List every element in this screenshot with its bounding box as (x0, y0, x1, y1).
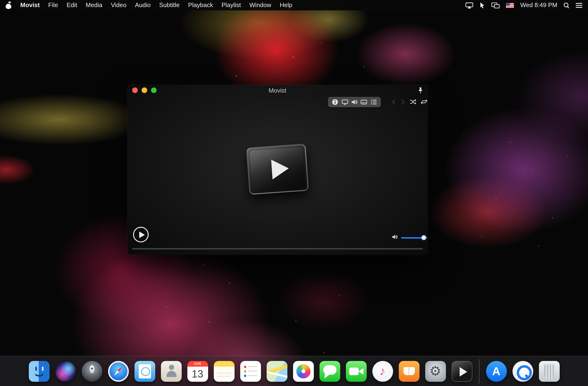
dock-item-itunes[interactable] (372, 361, 393, 382)
siri-icon (55, 361, 76, 382)
dock-item-launchpad[interactable] (81, 361, 102, 382)
ibooks-icon (399, 361, 419, 382)
menu-window[interactable]: Window (249, 0, 271, 10)
calendar-month: JUN (187, 361, 208, 366)
menu-app-movist[interactable]: Movist (20, 0, 40, 10)
messages-icon (319, 361, 340, 382)
menu-help[interactable]: Help (280, 0, 293, 10)
dock-item-contacts[interactable] (161, 361, 181, 382)
repeat-icon[interactable] (420, 98, 428, 105)
volume-knob[interactable] (421, 235, 426, 240)
dock: JUN 13 (0, 356, 588, 386)
window-title: Movist (127, 87, 428, 94)
menu-file[interactable]: File (48, 0, 58, 10)
facetime-icon (346, 361, 366, 382)
seek-bar[interactable] (132, 248, 423, 250)
mail-icon (134, 361, 155, 382)
app-store-icon (486, 361, 507, 382)
airplay-icon[interactable] (465, 0, 474, 10)
safari-icon (108, 361, 129, 382)
subtitle-icon[interactable] (361, 99, 367, 105)
us-flag-icon[interactable] (506, 3, 514, 8)
display-icon[interactable] (341, 99, 348, 105)
system-preferences-icon (425, 361, 446, 382)
dock-item-app-store[interactable] (486, 361, 507, 382)
photos-icon (293, 361, 314, 382)
dock-item-messages[interactable] (319, 361, 340, 382)
dock-item-reminders[interactable] (240, 361, 261, 382)
movist-window: Movist (127, 85, 428, 255)
play-button[interactable] (133, 227, 149, 242)
launchpad-icon (81, 361, 102, 382)
dock-item-maps[interactable] (266, 361, 287, 382)
menu-media[interactable]: Media (86, 0, 102, 10)
menu-playback[interactable]: Playback (188, 0, 213, 10)
quicktime-icon (512, 361, 533, 382)
wallpaper-speckles (510, 142, 511, 143)
next-icon[interactable] (400, 98, 406, 105)
wallpaper-speckles (203, 265, 204, 266)
dock-item-quicktime[interactable] (512, 361, 533, 382)
spotlight-icon[interactable] (564, 0, 570, 10)
dock-item-facetime[interactable] (346, 361, 366, 382)
menu-edit[interactable]: Edit (66, 0, 77, 10)
menu-playlist[interactable]: Playlist (222, 0, 241, 10)
previous-icon[interactable] (391, 98, 396, 105)
dock-item-movist[interactable] (451, 361, 472, 382)
menu-bar-clock[interactable]: Wed 8:49 PM (520, 0, 557, 10)
reminders-icon (240, 361, 261, 382)
menu-video[interactable]: Video (111, 0, 126, 10)
pin-icon[interactable] (418, 87, 423, 96)
dock-item-mail[interactable] (134, 361, 155, 382)
calendar-icon: JUN 13 (187, 361, 208, 382)
dock-item-system-preferences[interactable] (425, 361, 446, 382)
dock-item-siri[interactable] (55, 361, 76, 382)
menu-subtitle[interactable]: Subtitle (159, 0, 180, 10)
finder-icon (29, 361, 49, 382)
dock-item-calendar[interactable]: JUN 13 (187, 361, 208, 382)
maps-icon (266, 361, 287, 382)
movist-dock-icon (451, 361, 472, 382)
notes-icon (213, 361, 234, 382)
movist-logo-play-icon (271, 159, 290, 180)
shuffle-icon[interactable] (410, 98, 417, 105)
info-icon[interactable] (332, 99, 338, 105)
dock-item-notes[interactable] (213, 361, 234, 382)
screen-mirroring-icon[interactable] (491, 0, 500, 10)
desktop: Movist File Edit Media Video Audio Subti… (0, 0, 588, 386)
title-bar[interactable]: Movist (127, 85, 428, 95)
dock-item-ibooks[interactable] (399, 361, 419, 382)
pointer-icon[interactable] (480, 0, 485, 10)
volume-icon[interactable] (392, 233, 398, 242)
movist-logo (246, 143, 309, 195)
volume-slider[interactable] (401, 235, 428, 241)
dock-separator (479, 359, 479, 383)
contacts-icon (161, 361, 181, 382)
trash-icon (539, 361, 559, 382)
menu-bar: Movist File Edit Media Video Audio Subti… (0, 0, 588, 10)
transport-controls (387, 98, 428, 105)
dock-item-trash[interactable] (539, 361, 559, 382)
hud-panel (328, 97, 381, 107)
notification-center-icon[interactable] (576, 0, 582, 10)
volume-fill (401, 237, 424, 239)
apple-menu-icon[interactable] (6, 2, 12, 9)
dock-item-finder[interactable] (29, 361, 49, 382)
menu-audio[interactable]: Audio (135, 0, 151, 10)
volume-hud-icon[interactable] (351, 99, 358, 105)
playlist-icon[interactable] (370, 99, 377, 105)
calendar-day: 13 (187, 366, 208, 382)
dock-item-photos[interactable] (293, 361, 314, 382)
itunes-icon (372, 361, 393, 382)
wallpaper-speckles (293, 57, 294, 58)
dock-item-safari[interactable] (108, 361, 129, 382)
volume-control (392, 233, 428, 242)
